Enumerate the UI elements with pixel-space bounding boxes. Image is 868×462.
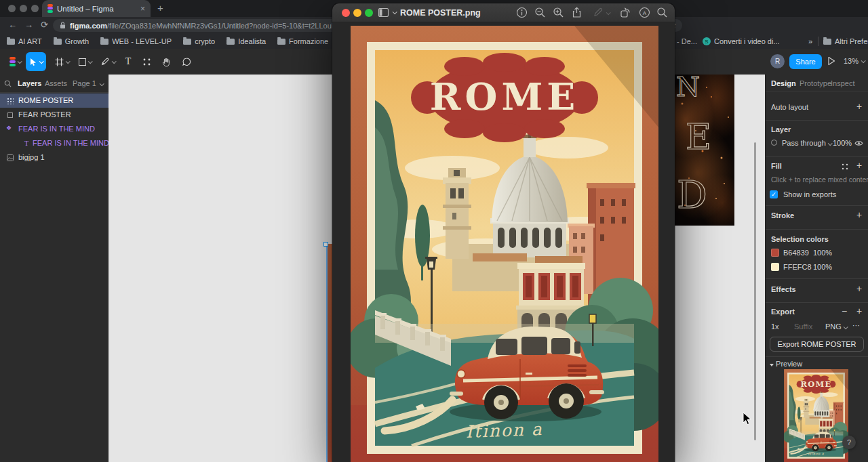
color-opacity[interactable]: 100%: [813, 249, 832, 257]
new-tab-button[interactable]: +: [157, 2, 163, 14]
styles-icon[interactable]: [842, 163, 848, 170]
search-icon[interactable]: [4, 80, 12, 87]
comment-tool[interactable]: [178, 49, 195, 75]
color-hex[interactable]: B64839: [783, 249, 809, 257]
move-tool[interactable]: [26, 52, 46, 71]
folder-icon: [7, 39, 15, 45]
color-swatch-cream[interactable]: [771, 263, 779, 271]
other-bookmarks[interactable]: Altri Preferiti: [823, 37, 868, 45]
present-button[interactable]: [827, 56, 835, 68]
tab-design[interactable]: Design: [771, 79, 796, 87]
tab-layers[interactable]: Layers: [18, 79, 41, 87]
layers-panel: Layers Assets Page 1 ROME POSTER FEAR PO…: [0, 75, 108, 462]
bookmarks-overflow-chevron[interactable]: »: [808, 37, 812, 45]
color-opacity[interactable]: 100%: [813, 263, 832, 271]
export-suffix-placeholder[interactable]: Suffix: [794, 322, 812, 331]
back-icon[interactable]: ←: [8, 20, 17, 30]
zoom-in-icon[interactable]: [553, 7, 564, 18]
export-more-icon[interactable]: ⋯: [852, 321, 860, 330]
resources-tool[interactable]: [138, 49, 155, 75]
help-button[interactable]: ?: [842, 436, 856, 449]
bookmark-item[interactable]: Growth: [54, 37, 89, 45]
layer-row-bigjpg[interactable]: bigjpg 1: [0, 150, 108, 165]
layer-opacity[interactable]: 100%: [833, 139, 852, 147]
fear-letter: E: [686, 119, 711, 154]
window-zoom-button[interactable]: [365, 9, 373, 17]
auto-layout-label: Auto layout: [771, 103, 808, 111]
user-avatar[interactable]: R: [770, 54, 785, 68]
page-selector[interactable]: Page 1: [73, 79, 103, 87]
preview-section-toggle[interactable]: Preview: [770, 360, 802, 368]
divider: [766, 302, 868, 303]
figma-main-menu[interactable]: [5, 49, 24, 75]
browser-tab[interactable]: Untitled – Figma ×: [42, 0, 151, 17]
rotate-icon[interactable]: [620, 7, 631, 18]
browser-minimize-button[interactable]: [20, 5, 27, 12]
fear-letter: N: [676, 75, 700, 100]
macos-preview-window[interactable]: ROME POSTER.png A: [332, 3, 675, 462]
reload-icon[interactable]: ⟳: [41, 20, 48, 30]
stroke-add-icon[interactable]: +: [856, 209, 862, 220]
effects-add-icon[interactable]: +: [856, 283, 862, 294]
frame-tool[interactable]: [52, 49, 72, 75]
export-add-icon[interactable]: +: [856, 306, 862, 316]
tab-assets[interactable]: Assets: [45, 79, 67, 87]
bookmark-item[interactable]: Idealista: [226, 37, 266, 45]
shape-tool[interactable]: [75, 49, 95, 75]
bookmark-item-truncated[interactable]: - De...: [677, 37, 697, 45]
export-format-dropdown[interactable]: PNG: [825, 322, 847, 331]
layer-row-fear-poster[interactable]: FEAR POSTER: [0, 108, 108, 122]
eye-icon[interactable]: [854, 140, 863, 146]
blend-mode-icon: [771, 140, 777, 146]
fear-poster-artwork[interactable]: N E D: [673, 75, 734, 226]
color-hex[interactable]: FFEFC8: [783, 263, 812, 271]
layer-row-rome-poster[interactable]: ROME POSTER: [0, 93, 108, 108]
share-button[interactable]: Share: [789, 54, 822, 69]
browser-maximize-button[interactable]: [31, 5, 39, 12]
zoom-level-dropdown[interactable]: 13%: [844, 57, 865, 65]
zoom-out-icon[interactable]: [534, 7, 546, 18]
tab-close-icon[interactable]: ×: [140, 5, 145, 13]
bookmark-item[interactable]: crypto: [183, 37, 215, 45]
color-swatch-red[interactable]: [771, 249, 779, 257]
text-tool[interactable]: T: [121, 49, 136, 75]
sidebar-toggle-icon[interactable]: [378, 8, 390, 17]
browser-close-button[interactable]: [8, 5, 16, 12]
annotate-icon[interactable]: A: [639, 7, 650, 18]
hand-tool[interactable]: [157, 49, 175, 75]
markup-pen-icon[interactable]: [593, 7, 604, 18]
fill-add-icon[interactable]: +: [856, 160, 862, 171]
pen-tool[interactable]: [98, 49, 118, 75]
bookmark-item[interactable]: AI ART: [7, 37, 42, 45]
divider: [818, 37, 818, 46]
window-close-button[interactable]: [342, 9, 350, 17]
info-icon[interactable]: [516, 7, 528, 18]
layer-row-component[interactable]: ❖ FEAR IS IN THE MIND: [0, 122, 108, 136]
auto-layout-add-icon[interactable]: +: [856, 101, 862, 112]
window-minimize-button[interactable]: [353, 9, 361, 17]
bookmark-item[interactable]: Formazione: [277, 37, 328, 45]
forward-icon[interactable]: →: [24, 20, 33, 30]
canvas-scrollbar[interactable]: [754, 142, 756, 440]
bookmark-item-converti[interactable]: SConverti i video di...: [703, 37, 780, 45]
share-icon[interactable]: [571, 7, 583, 18]
export-button[interactable]: Export ROME POSTER: [770, 337, 864, 352]
chevron-down-icon[interactable]: [393, 9, 397, 14]
blend-mode-dropdown[interactable]: Pass through: [782, 139, 831, 147]
properties-panel: Design Prototype Inspect Auto layout + L…: [765, 75, 868, 462]
preview-titlebar[interactable]: ROME POSTER.png A: [332, 3, 675, 22]
layer-row-text[interactable]: T FEAR IS IN THE MIND: [0, 136, 108, 150]
tab-prototype[interactable]: Prototype: [800, 79, 831, 87]
selection-outline: [326, 244, 328, 462]
export-remove-icon[interactable]: −: [842, 306, 847, 316]
tab-inspect[interactable]: Inspect: [831, 79, 854, 87]
text-layer-icon: T: [24, 140, 28, 147]
rome-poster-image: ROME Itinon a: [351, 26, 658, 462]
comment-icon: [182, 57, 191, 66]
rectangle-icon: [79, 58, 86, 66]
show-in-exports-checkbox[interactable]: ✓: [770, 190, 778, 198]
search-icon[interactable]: [656, 7, 668, 18]
export-scale[interactable]: 1x: [771, 322, 779, 331]
selection-handle[interactable]: [323, 242, 328, 247]
bookmark-item[interactable]: WEB - LEVEL-UP: [100, 37, 172, 45]
